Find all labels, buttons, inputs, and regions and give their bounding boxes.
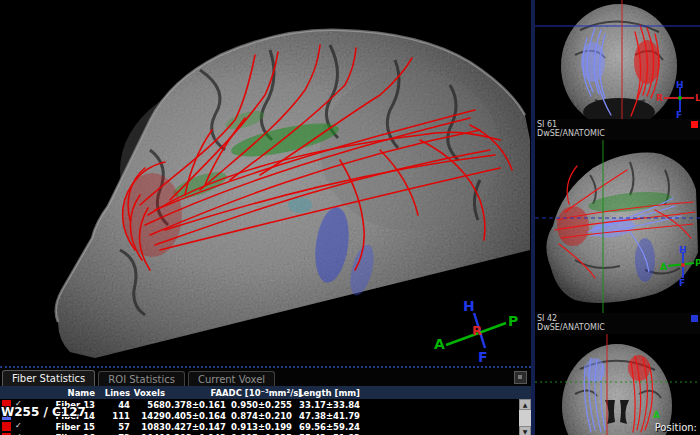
red-series-marker xyxy=(691,121,698,128)
voxels-cell: 1083 xyxy=(130,422,165,432)
panel-corner-button[interactable] xyxy=(514,371,527,384)
tab-roi-statistics[interactable]: ROI Statistics xyxy=(98,371,185,386)
slice-index-label: SI 61 xyxy=(537,120,557,129)
column-header-fa[interactable]: FA xyxy=(165,388,222,398)
scroll-down-button[interactable]: ▼ xyxy=(519,426,531,435)
table-header-row: Name Lines Voxels FA ADC [10⁻³mm²/s] Len… xyxy=(0,386,531,399)
adc-cell: 0.950±0.255 xyxy=(222,400,292,410)
lines-cell: 57 xyxy=(95,422,130,432)
voxels-cell: 568 xyxy=(130,400,165,410)
column-header-length[interactable]: Length [mm] xyxy=(292,388,360,398)
position-readout-label: Position: xyxy=(655,422,697,433)
tab-current-voxel[interactable]: Current Voxel xyxy=(188,371,275,386)
column-header-voxels[interactable]: Voxels xyxy=(130,388,165,398)
statistics-tab-bar: Fiber Statistics ROI Statistics Current … xyxy=(0,368,531,386)
lines-cell: 44 xyxy=(95,400,130,410)
column-header-name[interactable]: Name xyxy=(28,388,95,398)
axis-a-label: A xyxy=(653,410,660,420)
fiber-name-cell: Fiber 15 xyxy=(28,422,95,432)
sagittal-3d-brain-image xyxy=(0,0,531,366)
adc-cell: 0.874±0.210 xyxy=(222,411,292,421)
sequence-label: DwSE/ANATOMIC xyxy=(537,129,605,138)
axial-panel-label-bar: SI 42 DwSE/ANATOMIC xyxy=(535,313,700,334)
length-cell: 47.38±41.79 xyxy=(292,411,360,421)
coronal-brain-image xyxy=(535,0,700,119)
blue-series-marker xyxy=(691,315,698,322)
fa-cell: 0.427±0.147 xyxy=(165,422,222,432)
table-scrollbar[interactable]: ▲ ▼ xyxy=(519,399,531,435)
axial-viewport[interactable]: A Position: xyxy=(535,334,700,435)
table-row[interactable]: ✓Fiber 155710830.427±0.1470.913±0.19969.… xyxy=(0,421,531,432)
fa-cell: 0.405±0.164 xyxy=(165,411,222,421)
slice-index-label: SI 42 xyxy=(537,314,557,323)
sequence-label: DwSE/ANATOMIC xyxy=(537,323,605,332)
fiber-checkbox[interactable]: ✓ xyxy=(15,421,22,430)
dti-workstation-screen: H P A F R W255 / C127 xyxy=(0,0,700,435)
fa-cell: 0.378±0.161 xyxy=(165,400,222,410)
sagittal-brain-image xyxy=(535,140,700,313)
coronal-viewport[interactable]: H R L F xyxy=(535,0,700,119)
tab-fiber-statistics[interactable]: Fiber Statistics xyxy=(2,370,95,386)
length-cell: 33.17±33.84 xyxy=(292,400,360,410)
scroll-up-button[interactable]: ▲ xyxy=(519,399,531,410)
voxels-cell: 1429 xyxy=(130,411,165,421)
axial-brain-image xyxy=(535,334,700,435)
fiber-color-swatch[interactable] xyxy=(2,422,11,431)
adc-cell: 0.913±0.199 xyxy=(222,422,292,432)
length-cell: 69.56±59.24 xyxy=(292,422,360,432)
window-level-overlay: W255 / C127 xyxy=(1,405,86,419)
sagittal-viewport[interactable]: H A P F xyxy=(535,140,700,313)
lines-cell: 111 xyxy=(95,411,130,421)
column-header-lines[interactable]: Lines xyxy=(95,388,130,398)
fiber-visibility-cell[interactable]: ✓ xyxy=(0,421,28,432)
statistics-panel: Fiber Statistics ROI Statistics Current … xyxy=(0,366,531,435)
sagittal-panel-label-bar: SI 61 DwSE/ANATOMIC xyxy=(535,119,700,140)
column-header-adc[interactable]: ADC [10⁻³mm²/s] xyxy=(222,388,292,398)
main-3d-viewport[interactable]: H P A F R xyxy=(0,0,531,366)
